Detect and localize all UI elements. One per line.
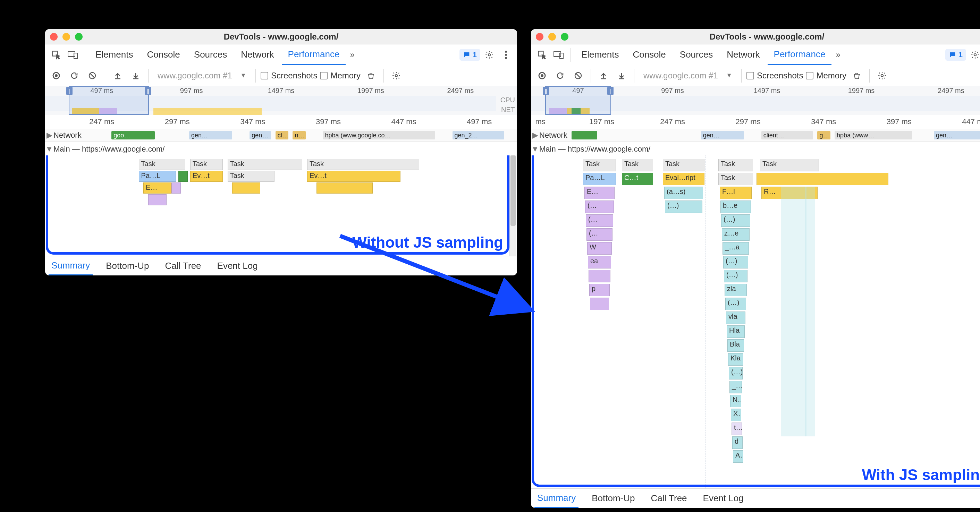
close-window-button[interactable]	[50, 33, 57, 41]
inspect-icon[interactable]	[49, 47, 64, 62]
flame-block[interactable]: Ev…t	[307, 171, 401, 182]
flame-block[interactable]: X…	[731, 409, 741, 421]
flame-block[interactable]: ea	[588, 256, 611, 269]
clear-icon[interactable]	[85, 68, 100, 83]
issues-badge[interactable]: 1	[945, 49, 966, 61]
flame-chart-left[interactable]: Task Task Task Task Pa…L Ev…t Task Ev…t …	[45, 156, 517, 256]
expand-triangle-icon[interactable]: ▶	[45, 131, 53, 140]
flame-block[interactable]: Task	[663, 159, 705, 171]
capture-settings-gear-icon[interactable]	[875, 68, 890, 83]
zoom-window-button[interactable]	[75, 33, 83, 41]
flame-block[interactable]	[232, 183, 260, 194]
flame-block[interactable]: (…	[585, 200, 614, 213]
timeline-overview[interactable]: 497 997 ms 1497 ms 1997 ms 2497 ms CPU N…	[531, 86, 980, 115]
flame-block[interactable]: d	[732, 436, 743, 449]
flame-chart-right[interactable]: With JS sampling TaskPa…LE…(…(…(…WeapTas…	[531, 156, 980, 488]
flame-block[interactable]: zla	[725, 284, 747, 296]
network-bar[interactable]: gen…	[934, 131, 980, 140]
flame-block[interactable]: (…	[587, 228, 612, 241]
flame-block[interactable]: t…r	[732, 423, 742, 435]
flame-block[interactable]: (…)	[729, 367, 743, 380]
flame-block[interactable]	[317, 183, 373, 194]
record-icon[interactable]	[49, 68, 64, 83]
overview-selection[interactable]: ‖ ‖	[69, 86, 149, 115]
network-bar[interactable]: gen…	[189, 131, 232, 140]
inspect-icon[interactable]	[535, 47, 550, 62]
overview-selection[interactable]: ‖ ‖	[545, 86, 611, 115]
timeline-ruler[interactable]: 247 ms 297 ms 347 ms 397 ms 447 ms 497 m…	[45, 115, 517, 129]
tab-network[interactable]: Network	[235, 45, 280, 65]
tab-call-tree[interactable]: Call Tree	[648, 490, 690, 507]
flame-block[interactable]: A…	[733, 450, 743, 463]
network-bar[interactable]: cl…	[275, 131, 288, 140]
tab-elements[interactable]: Elements	[89, 45, 139, 65]
network-bar[interactable]: hpba (www…	[835, 131, 912, 140]
tab-elements[interactable]: Elements	[575, 45, 625, 65]
network-bar[interactable]: g…	[817, 131, 830, 140]
upload-icon[interactable]	[110, 68, 125, 83]
flame-block[interactable]: E…	[143, 183, 172, 194]
timeline-overview[interactable]: 497 ms 997 ms 1497 ms 1997 ms 2497 ms CP…	[45, 86, 517, 115]
network-bar[interactable]: goo…	[111, 131, 154, 140]
device-toolbar-icon[interactable]	[65, 47, 81, 62]
tab-performance[interactable]: Performance	[768, 45, 832, 65]
reload-record-icon[interactable]	[67, 68, 82, 83]
more-tabs-icon[interactable]: »	[833, 50, 843, 60]
flame-block[interactable]: (a…s)	[664, 187, 703, 199]
tab-bottom-up[interactable]: Bottom-Up	[589, 490, 638, 507]
flame-block[interactable]: Task	[139, 159, 186, 170]
expand-triangle-icon[interactable]: ▶	[531, 131, 539, 140]
close-window-button[interactable]	[536, 33, 543, 41]
collapse-triangle-icon[interactable]: ▼	[45, 145, 53, 154]
recording-selector[interactable]: www.google.com #1 ▼	[639, 71, 737, 81]
selection-left-handle-icon[interactable]: ‖	[543, 87, 549, 95]
capture-settings-gear-icon[interactable]	[389, 68, 404, 83]
device-toolbar-icon[interactable]	[551, 47, 566, 62]
zoom-window-button[interactable]	[561, 33, 568, 41]
download-icon[interactable]	[614, 68, 629, 83]
settings-gear-icon[interactable]	[482, 47, 497, 62]
flame-block[interactable]: Task	[190, 159, 223, 170]
collect-garbage-icon[interactable]	[363, 68, 379, 83]
memory-checkbox[interactable]: Memory	[806, 71, 846, 81]
network-bar[interactable]: gen…	[250, 131, 271, 140]
network-bar[interactable]	[571, 131, 598, 140]
screenshots-checkbox[interactable]: Screenshots	[746, 71, 803, 81]
collect-garbage-icon[interactable]	[849, 68, 864, 83]
flame-block[interactable]: Task	[228, 159, 302, 170]
tab-performance[interactable]: Performance	[282, 45, 346, 65]
network-bar[interactable]: n…	[293, 131, 305, 140]
flame-block[interactable]: Pa…L	[583, 173, 616, 185]
flame-block[interactable]	[757, 173, 888, 185]
flame-block[interactable]: Ev…t	[190, 171, 223, 182]
flame-block[interactable]	[178, 171, 188, 182]
flame-block[interactable]	[148, 194, 167, 205]
flame-block[interactable]: Task	[583, 159, 616, 171]
flame-block[interactable]: b…e	[721, 200, 751, 213]
tab-console[interactable]: Console	[140, 45, 186, 65]
network-track[interactable]: ▶ Network gen… client… g… hpba (www… gen…	[531, 129, 980, 142]
flame-block[interactable]: vla	[726, 312, 745, 324]
flame-block[interactable]: Eval…ript	[663, 173, 705, 185]
flame-block[interactable]: N…	[730, 395, 741, 407]
tab-call-tree[interactable]: Call Tree	[162, 257, 204, 275]
selection-left-handle-icon[interactable]: ‖	[66, 87, 73, 95]
upload-icon[interactable]	[596, 68, 611, 83]
tab-event-log[interactable]: Event Log	[700, 490, 746, 507]
flame-block[interactable]: z…e	[722, 228, 749, 241]
recording-selector[interactable]: www.google.com #1 ▼	[153, 71, 251, 81]
network-bar[interactable]: gen…	[701, 131, 744, 140]
flame-block[interactable]: W	[587, 242, 612, 254]
tab-console[interactable]: Console	[626, 45, 672, 65]
flame-block[interactable]: (…)	[721, 215, 750, 227]
network-bar[interactable]: client…	[761, 131, 813, 140]
memory-checkbox[interactable]: Memory	[320, 71, 361, 81]
flame-block[interactable]: (…)	[665, 200, 702, 213]
flame-block[interactable]: Task	[228, 171, 275, 182]
selection-right-handle-icon[interactable]: ‖	[607, 87, 614, 95]
main-thread-header[interactable]: ▼ Main — https://www.google.com/	[531, 142, 980, 156]
reload-record-icon[interactable]	[552, 68, 568, 83]
flame-block[interactable]: (…)	[725, 297, 746, 310]
minimize-window-button[interactable]	[62, 33, 70, 41]
kebab-menu-icon[interactable]	[498, 47, 514, 62]
